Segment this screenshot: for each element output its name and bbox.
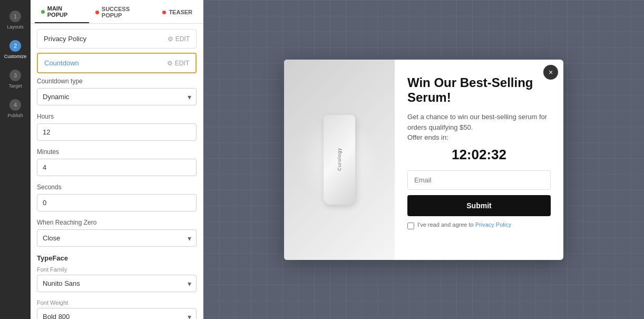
nav-number-4: 4 (9, 99, 21, 111)
tab-teaser[interactable]: TEASER (156, 0, 199, 23)
tab-label-main: MAIN POPUP (47, 5, 83, 18)
popup-privacy-link[interactable]: Privacy Policy (475, 221, 511, 228)
popup-privacy-text: I've read and agree to Privacy Policy (417, 221, 511, 228)
nav-label-publish: Publish (7, 113, 23, 118)
countdown-label: Countdown (44, 59, 79, 67)
countdown-type-select-wrapper: Dynamic Fixed Daily ▾ (37, 88, 197, 105)
when-reaching-zero-select-wrapper: Close Reset Hide ▾ (37, 229, 197, 247)
gear-icon-countdown: ⚙ (167, 60, 173, 67)
font-weight-label: Font Weight (37, 299, 197, 306)
sidebar-item-layouts[interactable]: 1 Layouts (0, 5, 31, 35)
when-reaching-zero-label: When Reaching Zero (37, 219, 197, 226)
font-family-select[interactable]: Nunito Sans Arial Georgia Roboto (37, 275, 197, 292)
panel-content: Privacy Policy ⚙ EDIT Countdown ⚙ EDIT C… (31, 24, 203, 319)
tab-dot-main (41, 10, 45, 14)
gear-icon: ⚙ (168, 35, 173, 43)
minutes-input[interactable] (37, 159, 197, 176)
font-family-select-wrapper: Nunito Sans Arial Georgia Roboto ▾ (37, 275, 197, 292)
tab-success-popup[interactable]: SUCCESS POPUP (89, 0, 156, 23)
list-item-countdown[interactable]: Countdown ⚙ EDIT (37, 53, 197, 73)
list-item-privacy-policy[interactable]: Privacy Policy ⚙ EDIT (37, 29, 197, 49)
font-weight-select[interactable]: Bold 800 Regular 400 Light 300 Bold 700 (37, 308, 197, 319)
popup-privacy-checkbox[interactable] (407, 223, 414, 229)
nav-label-layouts: Layouts (7, 24, 24, 30)
popup-offer-ends: Offer ends in: (407, 133, 551, 141)
tab-dot-teaser (162, 11, 166, 14)
popup-email-input[interactable] (407, 170, 551, 190)
popup-close-button[interactable]: × (543, 65, 558, 80)
tab-bar: MAIN POPUP SUCCESS POPUP TEASER (31, 0, 203, 24)
tab-label-teaser: TEASER (169, 9, 192, 15)
when-reaching-zero-select[interactable]: Close Reset Hide (37, 229, 197, 247)
settings-panel: MAIN POPUP SUCCESS POPUP TEASER Privacy … (31, 0, 203, 319)
product-name: Curology (337, 148, 342, 171)
tab-dot-success (95, 11, 99, 14)
hours-label: Hours (37, 113, 197, 120)
sidebar-item-customize[interactable]: 2 Customize (0, 35, 31, 64)
privacy-policy-label: Privacy Policy (44, 35, 86, 43)
sidebar-nav: 1 Layouts 2 Customize 3 Target 4 Publish (0, 0, 31, 319)
font-family-label: Font Family (37, 266, 197, 273)
nav-label-target: Target (8, 83, 22, 89)
typeface-section: TypeFace Font Family Nunito Sans Arial G… (37, 254, 197, 319)
sidebar-item-target[interactable]: 3 Target (0, 64, 31, 94)
minutes-label: Minutes (37, 148, 197, 156)
popup-image-area: Curology (284, 60, 395, 260)
minutes-section: Minutes (37, 148, 197, 176)
typeface-heading: TypeFace (37, 254, 197, 262)
close-icon: × (549, 68, 553, 76)
seconds-input[interactable] (37, 194, 197, 211)
countdown-type-select[interactable]: Dynamic Fixed Daily (37, 88, 197, 105)
countdown-type-label: Countdown type (37, 78, 197, 85)
nav-number-2: 2 (9, 40, 21, 52)
tab-main-popup[interactable]: MAIN POPUP (35, 0, 89, 23)
product-bottle: Curology (324, 115, 355, 205)
popup-description: Get a chance to win our best-selling ser… (407, 112, 551, 132)
hours-section: Hours (37, 113, 197, 141)
hours-input[interactable] (37, 123, 197, 141)
tab-label-success: SUCCESS POPUP (102, 6, 150, 18)
nav-label-customize: Customize (4, 54, 27, 59)
privacy-policy-edit-btn[interactable]: ⚙ EDIT (168, 35, 190, 43)
nav-number-3: 3 (9, 70, 21, 81)
sidebar-item-publish[interactable]: 4 Publish (0, 94, 31, 123)
nav-number-1: 1 (9, 11, 21, 22)
font-family-section: Font Family Nunito Sans Arial Georgia Ro… (37, 266, 197, 292)
seconds-section: Seconds (37, 183, 197, 211)
popup-title: Win Our Best-Selling Serum! (407, 75, 551, 106)
countdown-edit-btn[interactable]: ⚙ EDIT (167, 60, 189, 67)
product-image: Curology (284, 60, 395, 260)
popup-countdown: 12:02:32 (407, 147, 551, 163)
popup-content: Win Our Best-Selling Serum! Get a chance… (395, 60, 563, 260)
when-reaching-zero-section: When Reaching Zero Close Reset Hide ▾ (37, 219, 197, 247)
canvas: × Curology Win Our Best-Selling Serum! G… (203, 0, 644, 319)
font-weight-section: Font Weight Bold 800 Regular 400 Light 3… (37, 299, 197, 319)
popup-submit-button[interactable]: Submit (407, 195, 551, 216)
font-weight-select-wrapper: Bold 800 Regular 400 Light 300 Bold 700 … (37, 308, 197, 319)
popup: × Curology Win Our Best-Selling Serum! G… (284, 60, 563, 260)
popup-privacy-row: I've read and agree to Privacy Policy (407, 221, 551, 229)
seconds-label: Seconds (37, 183, 197, 191)
countdown-type-section: Countdown type Dynamic Fixed Daily ▾ (37, 78, 197, 105)
